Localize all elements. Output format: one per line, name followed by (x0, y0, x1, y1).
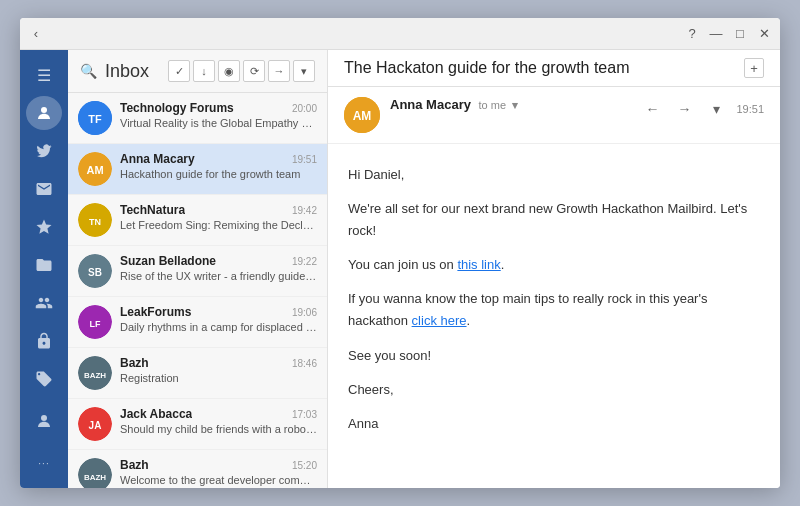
title-bar: ‹ ? — □ ✕ (20, 18, 780, 50)
hamburger-menu-icon[interactable]: ☰ (26, 58, 62, 92)
svg-text:TF: TF (88, 113, 102, 125)
list-item[interactable]: LF LeakForums 19:06 Daily rhythms in a c… (68, 297, 327, 348)
email-body: Hi Daniel, We're all set for our next br… (328, 144, 780, 488)
message-sender: Jack Abacca (120, 407, 192, 421)
more-options-button[interactable]: ▾ (293, 60, 315, 82)
email-panel: The Hackaton guide for the growth team +… (328, 50, 780, 488)
message-content: TechNatura 19:42 Let Freedom Sing: Remix… (120, 203, 317, 231)
message-time: 19:51 (292, 154, 317, 165)
email-para2: You can join us on this link. (348, 254, 760, 276)
svg-point-0 (41, 107, 47, 113)
download-button[interactable]: ↓ (193, 60, 215, 82)
forward-email-button[interactable]: → (672, 97, 696, 121)
message-subject: Should my child be friends with a robot.… (120, 423, 317, 435)
account-bottom-icon[interactable] (26, 404, 62, 438)
contacts-icon[interactable] (26, 96, 62, 130)
message-top: Suzan Belladone 19:22 (120, 254, 317, 268)
click-here-link[interactable]: click here (412, 313, 467, 328)
email-para3-before: If you wanna know the top main tips to r… (348, 291, 707, 328)
inbox-nav-icon[interactable] (26, 172, 62, 206)
message-content: Technology Forums 20:00 Virtual Reality … (120, 101, 317, 129)
message-top: Technology Forums 20:00 (120, 101, 317, 115)
search-icon: 🔍 (80, 63, 97, 79)
svg-text:BAZH: BAZH (84, 371, 106, 380)
more-email-button[interactable]: ▾ (704, 97, 728, 121)
email-sender-name: Anna Macary to me ▾ (390, 97, 630, 112)
message-content: Anna Macary 19:51 Hackathon guide for th… (120, 152, 317, 180)
avatar: AM (78, 152, 112, 186)
more-bottom-icon[interactable]: ··· (26, 446, 62, 480)
this-link[interactable]: this link (457, 257, 500, 272)
back-button[interactable]: ‹ (28, 26, 44, 42)
social-icon[interactable] (26, 286, 62, 320)
message-top: Jack Abacca 17:03 (120, 407, 317, 421)
message-sender: Bazh (120, 458, 149, 472)
svg-text:LF: LF (90, 319, 101, 329)
favorites-icon[interactable] (26, 210, 62, 244)
message-sender: Anna Macary (120, 152, 195, 166)
message-sender: LeakForums (120, 305, 191, 319)
email-para4: See you soon! (348, 345, 760, 367)
message-content: Jack Abacca 17:03 Should my child be fri… (120, 407, 317, 435)
list-item[interactable]: BAZH Bazh 15:20 Welcome to the great dev… (68, 450, 327, 488)
email-header: AM Anna Macary to me ▾ ← → ▾ 19:51 (328, 87, 780, 144)
svg-text:AM: AM (86, 164, 103, 176)
forward-all-button[interactable]: → (268, 60, 290, 82)
window-controls: ? — □ ✕ (684, 26, 772, 42)
email-add-button[interactable]: + (744, 58, 764, 78)
list-item[interactable]: AM Anna Macary 19:51 Hackathon guide for… (68, 144, 327, 195)
message-subject: Hackathon guide for the growth team (120, 168, 317, 180)
message-top: LeakForums 19:06 (120, 305, 317, 319)
avatar: LF (78, 305, 112, 339)
email-timestamp: 19:51 (736, 103, 764, 115)
inbox-actions: ✓ ↓ ◉ ⟳ → ▾ (168, 60, 315, 82)
message-content: LeakForums 19:06 Daily rhythms in a camp… (120, 305, 317, 333)
avatar: BAZH (78, 458, 112, 488)
list-item[interactable]: JA Jack Abacca 17:03 Should my child be … (68, 399, 327, 450)
list-item[interactable]: TN TechNatura 19:42 Let Freedom Sing: Re… (68, 195, 327, 246)
message-subject: Welcome to the great developer commu... (120, 474, 317, 486)
title-nav: ‹ (28, 26, 44, 42)
email-header-right: ← → ▾ 19:51 (640, 97, 764, 121)
tag-icon[interactable] (26, 362, 62, 396)
expand-icon[interactable]: ▾ (512, 99, 518, 111)
avatar: SB (78, 254, 112, 288)
message-sender: Bazh (120, 356, 149, 370)
inbox-title: Inbox (105, 61, 160, 82)
email-to-label: to me (479, 99, 507, 111)
message-time: 19:06 (292, 307, 317, 318)
close-button[interactable]: ✕ (756, 26, 772, 42)
email-meta: Anna Macary to me ▾ (390, 97, 630, 112)
email-para1: We're all set for our next brand new Gro… (348, 198, 760, 242)
help-button[interactable]: ? (684, 26, 700, 42)
message-content: Bazh 15:20 Welcome to the great develope… (120, 458, 317, 486)
lock-icon[interactable] (26, 324, 62, 358)
mark-read-button[interactable]: ✓ (168, 60, 190, 82)
reply-button[interactable]: ← (640, 97, 664, 121)
avatar: TF (78, 101, 112, 135)
message-content: Suzan Belladone 19:22 Rise of the UX wri… (120, 254, 317, 282)
email-para3-after: . (467, 313, 471, 328)
restore-button[interactable]: □ (732, 26, 748, 42)
email-sign1: Cheers, (348, 379, 760, 401)
message-time: 19:22 (292, 256, 317, 267)
message-subject: Registration (120, 372, 317, 384)
list-item[interactable]: TF Technology Forums 20:00 Virtual Reali… (68, 93, 327, 144)
list-item[interactable]: SB Suzan Belladone 19:22 Rise of the UX … (68, 246, 327, 297)
twitter-icon[interactable] (26, 134, 62, 168)
email-sign2: Anna (348, 413, 760, 435)
svg-point-1 (41, 415, 47, 421)
inbox-panel: 🔍 Inbox ✓ ↓ ◉ ⟳ → ▾ TF (68, 50, 328, 488)
message-top: Bazh 18:46 (120, 356, 317, 370)
svg-text:BAZH: BAZH (84, 473, 106, 482)
message-top: TechNatura 19:42 (120, 203, 317, 217)
filter-button[interactable]: ◉ (218, 60, 240, 82)
list-item[interactable]: BAZH Bazh 18:46 Registration (68, 348, 327, 399)
app-window: ‹ ? — □ ✕ ☰ (20, 18, 780, 488)
avatar: JA (78, 407, 112, 441)
refresh-button[interactable]: ⟳ (243, 60, 265, 82)
svg-text:TN: TN (89, 217, 101, 227)
minimize-button[interactable]: — (708, 26, 724, 42)
folder-icon[interactable] (26, 248, 62, 282)
message-subject: Daily rhythms in a camp for displaced pe… (120, 321, 317, 333)
